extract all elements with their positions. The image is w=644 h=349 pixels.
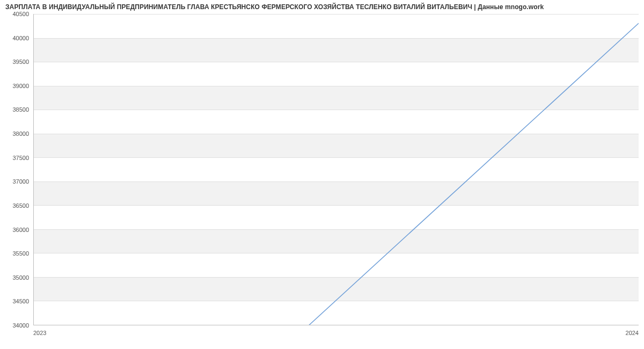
gridline (34, 325, 639, 325)
y-tick-label: 40000 (12, 35, 29, 41)
y-tick-label: 35500 (12, 250, 29, 257)
y-tick-label: 39000 (12, 83, 29, 89)
y-tick-label: 37500 (12, 155, 29, 161)
x-tick-label: 2023 (33, 330, 46, 336)
y-tick-label: 38000 (12, 130, 29, 137)
chart-container: ЗАРПЛАТА В ИНДИВИДУАЛЬНЫЙ ПРЕДПРИНИМАТЕЛ… (0, 0, 644, 338)
y-tick-label: 34000 (12, 322, 29, 329)
y-tick-label: 35000 (12, 274, 29, 281)
line-series (34, 14, 639, 325)
y-tick-label: 36500 (12, 202, 29, 209)
data-line (34, 23, 639, 325)
chart-title: ЗАРПЛАТА В ИНДИВИДУАЛЬНЫЙ ПРЕДПРИНИМАТЕЛ… (0, 0, 644, 11)
y-tick-label: 36000 (12, 227, 29, 233)
y-tick-label: 34500 (12, 298, 29, 304)
plot-area-wrap (33, 14, 639, 325)
y-tick-label: 40500 (12, 11, 29, 17)
y-axis-ticks: 3400034500350003550036000365003700037500… (0, 14, 31, 325)
y-tick-label: 39500 (12, 59, 29, 65)
plot-area (33, 14, 639, 325)
x-tick-label: 2024 (626, 330, 639, 336)
x-axis-ticks: 20232024 (33, 328, 639, 338)
y-tick-label: 38500 (12, 106, 29, 113)
y-tick-label: 37000 (12, 178, 29, 185)
